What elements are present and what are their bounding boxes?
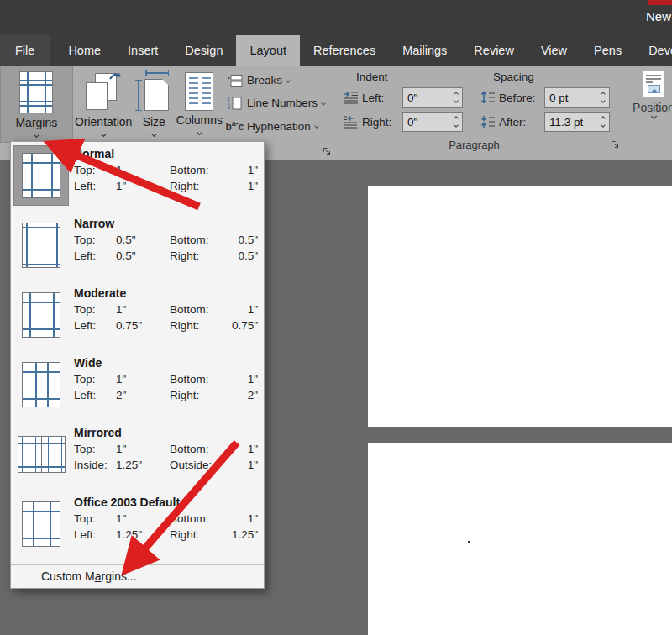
chevron-down-icon bbox=[101, 131, 107, 137]
hyphenation-button[interactable]: ba-c Hyphenation bbox=[227, 119, 336, 133]
orientation-button[interactable]: Orientation bbox=[73, 66, 134, 143]
margins-preset-mirrored[interactable]: Mirrored Top:1" Bottom:1" Inside:1.25" O… bbox=[11, 423, 264, 493]
position-button[interactable]: Position bbox=[624, 66, 672, 143]
margins-normal-icon bbox=[13, 145, 69, 206]
tab-review[interactable]: Review bbox=[460, 35, 528, 66]
tab-view[interactable]: View bbox=[528, 35, 580, 66]
document-page-1[interactable] bbox=[368, 186, 672, 427]
line-numbers-icon: 123 bbox=[227, 97, 243, 110]
title-bar: New bbox=[0, 0, 672, 35]
spacing-after-label: After: bbox=[499, 116, 541, 129]
margins-preset-wide[interactable]: Wide Top:1" Bottom:1" Left:2" Right:2" bbox=[11, 354, 264, 423]
spinner-arrows[interactable] bbox=[601, 117, 609, 127]
paragraph-group-label: Paragraph bbox=[339, 139, 609, 151]
chevron-down-icon bbox=[197, 129, 202, 135]
line-numbers-button[interactable]: 123 Line Numbers bbox=[227, 97, 336, 110]
tab-design[interactable]: Design bbox=[171, 35, 236, 66]
size-button[interactable]: Size bbox=[134, 66, 174, 143]
margins-icon bbox=[19, 71, 53, 113]
chevron-down-icon bbox=[286, 78, 291, 83]
chevron-down-icon bbox=[151, 131, 157, 137]
margins-wide-icon bbox=[13, 354, 69, 415]
spacing-before-value: 0 pt bbox=[549, 92, 601, 104]
hyphenation-icon: ba-c bbox=[227, 119, 243, 133]
text-cursor-mark bbox=[468, 541, 470, 543]
tab-mailings[interactable]: Mailings bbox=[389, 35, 460, 66]
breaks-icon bbox=[227, 74, 243, 87]
chevron-down-icon bbox=[34, 132, 39, 138]
columns-button-label: Columns bbox=[176, 113, 223, 127]
hyphenation-label: Hyphenation bbox=[247, 120, 311, 133]
tab-developer[interactable]: Developer bbox=[635, 35, 672, 66]
custom-margins-accesskey: a bbox=[95, 569, 102, 583]
breaks-label: Breaks bbox=[247, 74, 282, 87]
spinner-arrows[interactable] bbox=[454, 117, 462, 127]
indent-right-label: Right: bbox=[362, 116, 399, 129]
margins-moderate-icon bbox=[13, 285, 69, 345]
margins-preset-normal[interactable]: Normal Top:1 Bottom:1" Left:1" Right:1" bbox=[11, 144, 264, 214]
tab-insert[interactable]: Insert bbox=[114, 35, 171, 66]
spacing-after-input[interactable]: 11.3 pt bbox=[544, 112, 610, 132]
preset-values: Top:1 Bottom:1" Left:1" Right:1" bbox=[74, 164, 258, 192]
preset-title: Office 2003 Default bbox=[74, 496, 258, 509]
paragraph-dialog-launcher-icon[interactable] bbox=[609, 139, 621, 150]
margins-preset-moderate[interactable]: Moderate Top:1" Bottom:1" Left:0.75" Rig… bbox=[11, 284, 264, 354]
preset-values: Top:0.5" Bottom:0.5" Left:0.5" Right:0.5… bbox=[74, 234, 258, 262]
position-button-label: Position bbox=[633, 101, 672, 114]
margins-preset-office-2003[interactable]: Office 2003 Default Top:1" Bottom:1" Lef… bbox=[11, 493, 264, 563]
preset-title: Wide bbox=[74, 356, 258, 370]
document-page-2[interactable] bbox=[368, 443, 672, 635]
new-label: New bbox=[646, 9, 671, 24]
preset-title: Narrow bbox=[74, 217, 258, 230]
preset-values: Top:1" Bottom:1" Inside:1.25" Outside:1" bbox=[74, 443, 258, 471]
indent-left-label: Left: bbox=[362, 92, 399, 104]
orientation-button-label: Orientation bbox=[75, 115, 132, 129]
tab-layout[interactable]: Layout bbox=[236, 35, 300, 66]
margins-narrow-icon bbox=[13, 215, 69, 276]
tab-home[interactable]: Home bbox=[55, 35, 114, 66]
indent-heading: Indent bbox=[343, 71, 480, 83]
indent-right-icon bbox=[343, 115, 359, 129]
chevron-down-icon bbox=[314, 123, 319, 129]
page-setup-dialog-launcher-icon[interactable] bbox=[321, 145, 333, 157]
tab-file[interactable]: File bbox=[0, 35, 50, 66]
preset-values: Top:1" Bottom:1" Left:0.75" Right:0.75" bbox=[74, 303, 258, 332]
spacing-before-input[interactable]: 0 pt bbox=[544, 87, 610, 108]
chevron-down-icon bbox=[650, 113, 656, 119]
spacing-before-icon bbox=[480, 91, 496, 104]
orientation-icon bbox=[84, 71, 123, 113]
indent-left-value: 0" bbox=[407, 92, 454, 104]
size-button-label: Size bbox=[143, 115, 165, 129]
position-icon bbox=[643, 71, 664, 97]
custom-margins-item[interactable]: Custom Margins... bbox=[11, 565, 264, 588]
group-arrange: Position bbox=[624, 66, 672, 160]
margins-preset-narrow[interactable]: Narrow Top:0.5" Bottom:0.5" Left:0.5" Ri… bbox=[11, 214, 264, 284]
margins-mirrored-icon bbox=[13, 424, 69, 485]
margins-button[interactable]: Margins bbox=[0, 66, 73, 143]
spacing-after-value: 11.3 pt bbox=[549, 116, 601, 129]
preset-title: Moderate bbox=[74, 286, 258, 300]
indent-right-value: 0" bbox=[407, 116, 454, 129]
spinner-arrows[interactable] bbox=[601, 92, 609, 102]
columns-button[interactable]: Columns bbox=[174, 66, 225, 143]
spinner-arrows[interactable] bbox=[454, 92, 462, 102]
svg-text:3: 3 bbox=[228, 105, 230, 110]
indent-left-input[interactable]: 0" bbox=[402, 87, 463, 108]
margins-office-2003-icon bbox=[13, 494, 69, 554]
preset-values: Top:1" Bottom:1" Left:2" Right:2" bbox=[74, 373, 258, 401]
preset-title: Normal bbox=[74, 147, 258, 160]
tab-pens[interactable]: Pens bbox=[580, 35, 635, 66]
breaks-button[interactable]: Breaks bbox=[227, 74, 336, 87]
indent-right-input[interactable]: 0" bbox=[402, 112, 463, 132]
red-corner-mark bbox=[648, 0, 672, 5]
ribbon-tab-bar: File Home Insert Design Layout Reference… bbox=[0, 35, 672, 66]
line-numbers-label: Line Numbers bbox=[247, 97, 318, 109]
spacing-after-icon bbox=[480, 115, 496, 129]
custom-margins-label-suffix: rgins... bbox=[102, 569, 137, 583]
spacing-heading: Spacing bbox=[480, 71, 624, 83]
spacing-before-label: Before: bbox=[499, 92, 541, 104]
preset-title: Mirrored bbox=[74, 426, 258, 439]
margins-dropdown-menu: Normal Top:1 Bottom:1" Left:1" Right:1" … bbox=[10, 141, 265, 589]
tab-references[interactable]: References bbox=[300, 35, 389, 66]
chevron-down-icon bbox=[321, 101, 326, 106]
